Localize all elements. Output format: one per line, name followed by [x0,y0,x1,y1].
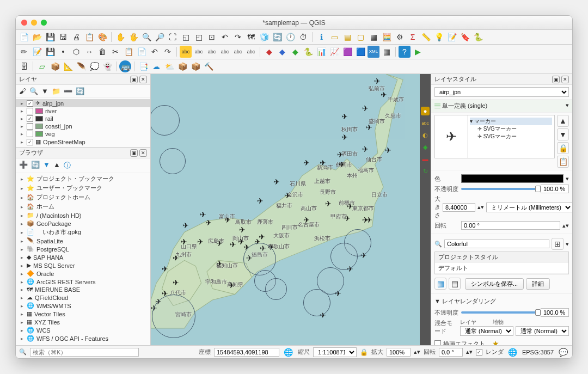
browser-item[interactable]: ▸📁/ (Macintosh HD) [16,211,150,219]
layer-filter-icon[interactable]: 🔍 [29,87,38,95]
browser-item[interactable]: ▸🌐WFS / OGC API - Features [16,334,150,342]
close-panel-icon[interactable]: ✕ [139,76,147,83]
dock-icon[interactable]: ▣ [130,76,138,83]
zoom-layer-icon[interactable]: ◰ [193,31,205,43]
label-tool-icon[interactable]: abc [180,46,192,58]
stats-icon[interactable]: Σ [407,31,419,43]
new-memory-icon[interactable]: 💭 [88,60,100,72]
pan-selection-icon[interactable]: 🖐 [127,31,139,43]
coordinate-input[interactable] [214,348,279,357]
lock-scale-icon[interactable]: 🔒 [360,348,368,356]
cloud-sync-icon[interactable]: ⛅ [163,60,175,72]
scale-select[interactable]: 1:11008710 [313,347,357,357]
vertex-tool-icon[interactable]: ⬡ [70,46,82,58]
lock-symbol-icon[interactable]: 🔒 [557,142,569,154]
layer-expand-icon[interactable]: ▼ [41,87,48,95]
browser-refresh-icon[interactable]: 🔄 [31,161,40,170]
delete-icon[interactable]: 🗑 [96,46,108,58]
blend-feature-select[interactable]: 通常 (Normal) [516,326,569,336]
render-checkbox[interactable] [476,349,482,355]
browser-item[interactable]: ▸▦Vector Tiles [16,310,150,318]
layer-opacity-input[interactable] [541,308,569,317]
locator-input[interactable] [30,348,139,357]
browser-props-icon[interactable]: ⓘ [64,161,71,170]
browser-item[interactable]: ▸🗺MIERUNE BASE [16,286,150,293]
help-icon[interactable]: ? [399,46,411,58]
hammer-icon[interactable]: 🔨 [203,60,215,72]
plugin-8-icon[interactable]: 🟦 [354,46,366,58]
map-canvas[interactable]: 弘前市盛岡市秋田市千歳市酒田市仙台市久慈市鶴岡市新潟市福島市本州石川県長野市上越… [151,74,420,345]
layer-checkbox[interactable] [27,139,33,145]
list-view-icon[interactable]: ▦ [434,278,446,290]
magnifier-input[interactable] [387,348,411,357]
save-as-icon[interactable]: 🖫 [57,31,69,43]
browser-item[interactable]: ▸◆SAP HANA [16,253,150,261]
zoom-last-icon[interactable]: ↶ [219,31,231,43]
zoom-native-icon[interactable]: ⊡ [206,31,218,43]
dup-symbol-icon[interactable]: 📋 [557,156,569,168]
layer-opacity-slider[interactable] [461,311,538,314]
plugin-6-icon[interactable]: 📈 [328,46,340,58]
size-unit-select[interactable]: ミリメートル (Millimeters) [486,203,572,212]
layer-checkbox[interactable] [27,115,33,122]
style-layer-select[interactable]: airp_jpn [434,87,569,97]
symbol-layer-tree[interactable]: ▾ マーカー ✈ SVGマーカー ✈ SVGマーカー [468,115,554,158]
history-tab-icon[interactable]: ↻ [421,167,430,175]
label-rotate-icon[interactable]: abc [232,46,244,58]
browser-item[interactable]: ▸🏠プロジェクトホーム [16,193,150,202]
browser-item[interactable]: ▸🔶Oracle [16,269,150,278]
layer-row[interactable]: ▸river [16,107,150,115]
layer-checkbox[interactable] [27,100,33,107]
browser-item[interactable]: ▸📄 いわき市.gpkg [16,228,150,237]
undo-icon[interactable]: ↶ [149,46,161,58]
plugin-9-icon[interactable]: XML [367,46,379,58]
layer-row[interactable]: ▸✈airp_jpn [16,99,150,107]
data-source-icon[interactable]: 🗄 [18,60,30,72]
zoom-in-icon[interactable]: 🔍 [140,31,152,43]
edit-toggle-icon[interactable]: 📝 [31,46,43,58]
draw-effects-checkbox[interactable] [434,340,441,345]
browser-add-icon[interactable]: ➕ [19,161,28,170]
zoom-next-icon[interactable]: ↷ [232,31,244,43]
plugin-7-icon[interactable]: 🟪 [341,46,353,58]
mask-tab-icon[interactable]: ◐ [421,131,430,139]
redo-icon[interactable]: ↷ [162,46,174,58]
plugin-1-icon[interactable]: ◆ [263,46,275,58]
close-panel-icon[interactable]: ✕ [139,149,147,157]
move-feature-icon[interactable]: ↔ [83,46,95,58]
map-tips-icon[interactable]: 💡 [433,31,445,43]
plugin-3-icon[interactable]: ◆ [289,46,301,58]
plugin-5-icon[interactable]: 📊 [315,46,327,58]
save-edits-icon[interactable]: 💾 [44,46,56,58]
layer-refresh-icon[interactable]: 🔄 [76,87,84,95]
diagram-tab-icon[interactable]: ▬ [421,155,430,163]
browser-item[interactable]: ▸▦XYZ Tiles [16,318,150,326]
browser-item[interactable]: ▸▶MS SQL Server [16,261,150,269]
remove-symbol-layer-icon[interactable]: ▼ [557,128,569,140]
effects-settings-icon[interactable]: ★ [489,338,501,345]
blend-layer-select[interactable]: 通常 (Normal) [460,326,513,336]
browser-item[interactable]: ▸🌐WMS/WMTS [16,302,150,310]
zoom-out-icon[interactable]: 🔎 [154,31,166,43]
label-move-icon[interactable]: abc [219,46,231,58]
new-map-view-icon[interactable]: 🗺 [245,31,257,43]
browser-item[interactable]: ▸⭐ユーザー・ブックマーク [16,183,150,193]
attribute-table-icon[interactable]: ▦ [367,31,379,43]
labels-tab-icon[interactable]: abc [421,119,430,127]
browser-item[interactable]: ▸⭐プロジェクト・ブックマーク [16,174,150,183]
close-window[interactable] [21,20,27,26]
style-search-input[interactable] [444,240,549,248]
browser-item[interactable]: ▸🌐ArcGIS REST Servers [16,278,150,286]
dock-icon[interactable]: ▣ [552,76,560,83]
open-project-icon[interactable]: 📂 [31,31,43,43]
add-symbol-layer-icon[interactable]: ▲ [557,115,569,127]
plugin-10-icon[interactable]: ▦ [381,46,393,58]
print-layout-icon[interactable]: 🖨 [70,31,82,43]
layer-checkbox[interactable] [27,108,33,114]
layer-remove-icon[interactable]: ➖ [64,87,72,95]
coord-toggle-icon[interactable]: 🌐 [283,346,295,358]
crs-display[interactable]: EPSG:3857 [522,349,554,355]
copy-layer-icon[interactable]: 📑 [137,60,149,72]
save-icon[interactable]: 💾 [44,31,56,43]
dock-icon[interactable]: ▣ [130,149,138,157]
